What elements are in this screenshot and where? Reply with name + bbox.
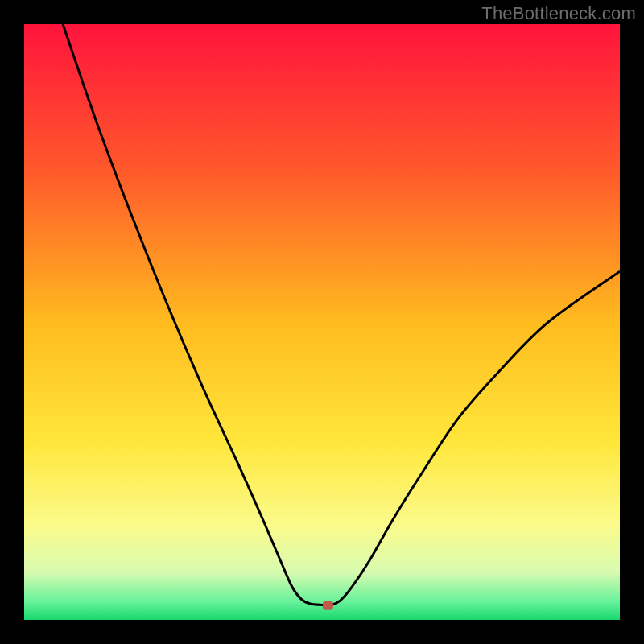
watermark-text: TheBottleneck.com bbox=[481, 3, 636, 24]
optimal-point-marker bbox=[323, 601, 333, 610]
chart-frame: TheBottleneck.com bbox=[0, 0, 644, 644]
bottleneck-chart bbox=[0, 0, 644, 644]
plot-background bbox=[24, 24, 620, 620]
